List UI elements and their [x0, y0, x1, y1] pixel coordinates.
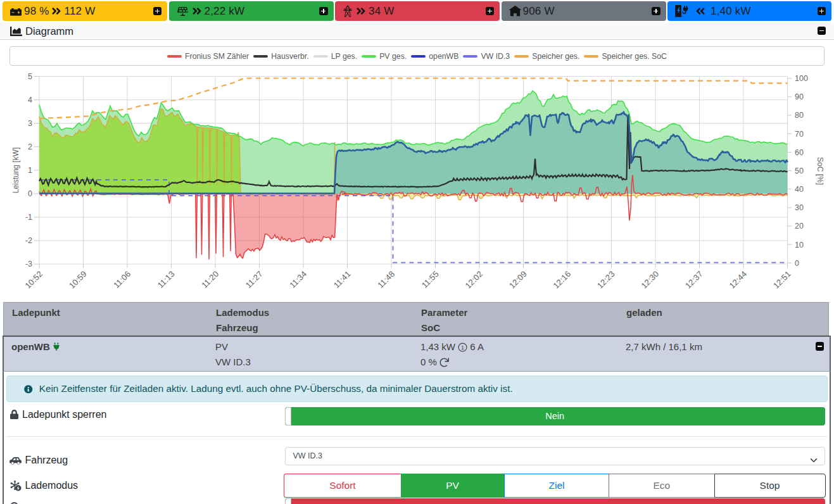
svg-text:12:44: 12:44	[728, 269, 749, 291]
svg-text:11:41: 11:41	[332, 269, 353, 290]
svg-text:90: 90	[795, 92, 804, 101]
svg-text:11:13: 11:13	[156, 269, 177, 290]
svg-text:12:30: 12:30	[640, 269, 661, 291]
svg-text:80: 80	[795, 111, 804, 120]
svg-text:1: 1	[28, 166, 32, 175]
svg-text:12:37: 12:37	[683, 269, 705, 291]
svg-text:1: 1	[461, 344, 464, 350]
svg-text:SoC [%]: SoC [%]	[816, 157, 825, 185]
svg-text:100: 100	[795, 74, 808, 83]
svg-text:10:59: 10:59	[67, 269, 89, 291]
svg-text:11:55: 11:55	[420, 269, 441, 290]
svg-text:12:16: 12:16	[552, 269, 573, 291]
svg-text:0: 0	[28, 189, 32, 198]
svg-text:5: 5	[28, 72, 32, 81]
svg-text:11:06: 11:06	[111, 269, 132, 290]
svg-text:11:48: 11:48	[376, 269, 396, 290]
svg-text:20: 20	[795, 222, 804, 230]
svg-text:50: 50	[795, 167, 804, 175]
svg-text:10:52: 10:52	[23, 269, 45, 291]
svg-text:3: 3	[28, 119, 32, 128]
svg-text:11:34: 11:34	[287, 269, 308, 290]
svg-text:11:20: 11:20	[199, 269, 220, 290]
svg-text:-3: -3	[25, 260, 32, 268]
svg-text:0: 0	[795, 259, 799, 268]
svg-text:Leistung [kW]: Leistung [kW]	[11, 148, 20, 194]
svg-text:10: 10	[795, 241, 804, 249]
svg-text:40: 40	[795, 185, 804, 194]
svg-text:2: 2	[28, 142, 32, 151]
svg-text:4: 4	[28, 96, 32, 104]
svg-text:30: 30	[795, 203, 804, 212]
svg-text:12:51: 12:51	[771, 269, 793, 291]
svg-text:12:23: 12:23	[595, 269, 617, 291]
svg-text:12:09: 12:09	[507, 269, 529, 291]
svg-text:11:27: 11:27	[244, 269, 265, 290]
svg-text:70: 70	[795, 130, 804, 139]
svg-text:12:02: 12:02	[464, 269, 485, 291]
svg-text:-1: -1	[25, 213, 32, 222]
svg-text:-2: -2	[25, 236, 32, 245]
svg-text:60: 60	[795, 148, 804, 157]
